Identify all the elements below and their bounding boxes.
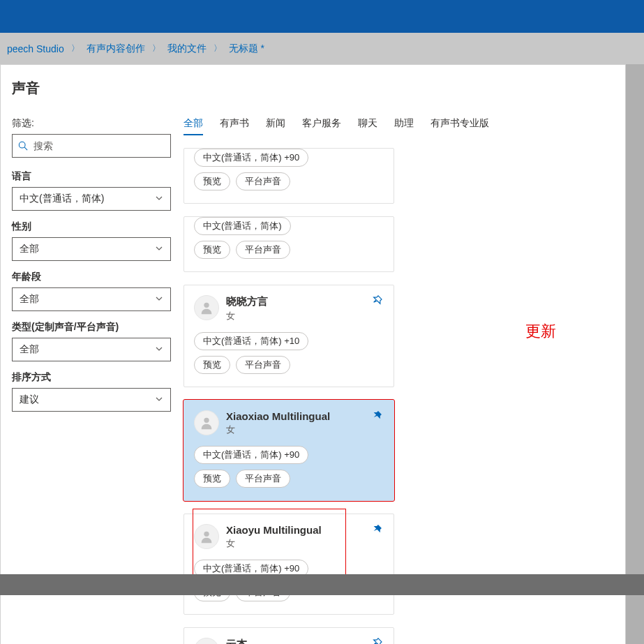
tab-audiobook[interactable]: 有声书 [220,117,249,135]
chevron-down-icon [155,244,163,255]
tab-news[interactable]: 新闻 [266,117,285,135]
chip-preview: 预览 [194,356,230,374]
dropdown-value: 中文(普通话，简体) [20,193,104,205]
main-area: 全部 有声书 新闻 客户服务 聊天 助理 有声书专业版 中文(普通话，简体) +… [184,117,610,644]
voice-name: Xiaoyu Multilingual [226,524,366,536]
filter-sort-dropdown[interactable]: 建议 [12,388,171,412]
chip-platform: 平台声音 [236,172,290,190]
panel-title: 声音 [12,79,610,98]
filter-age-label: 年龄段 [12,271,171,283]
voice-cards-grid: 中文(普通话，简体) +90 预览 平台声音 中文(普通话，简体) 预览 平台声… [184,148,610,644]
dropdown-value: 全部 [20,343,39,356]
chevron-right-icon: 〉 [152,43,160,54]
filter-age-dropdown[interactable]: 全部 [12,287,171,311]
chip-preview: 预览 [194,241,230,259]
chip-language: 中文(普通话，简体) +90 [194,446,308,464]
voice-card[interactable]: 中文(普通话，简体) +90 预览 平台声音 [184,148,394,204]
pin-icon[interactable] [373,524,384,535]
filter-language-dropdown[interactable]: 中文(普通话，简体) [12,187,171,211]
chevron-right-icon: 〉 [214,43,222,54]
tab-chat[interactable]: 聊天 [358,117,377,135]
voice-card-xiaoxiao-multilingual[interactable]: Xiaoxiao Multilingual 女 中文(普通话，简体) +90 预… [184,400,394,501]
voice-name: 晓晓方言 [226,295,366,308]
tab-all[interactable]: 全部 [184,117,203,135]
svg-point-0 [19,142,25,148]
svg-line-1 [24,147,27,150]
breadcrumb: peech Studio 〉 有声内容创作 〉 我的文件 〉 无标题 * [0,33,644,64]
chip-language: 中文(普通话，简体) +10 [194,332,308,350]
voice-name: 云杰 [226,638,366,644]
filter-type-label: 类型(定制声音/平台声音) [12,321,171,334]
tab-customer-service[interactable]: 客户服务 [302,117,341,135]
avatar [194,410,219,435]
chip-language: 中文(普通话，简体) [194,217,291,235]
filter-gender-label: 性别 [12,220,171,233]
pin-icon[interactable] [373,410,384,421]
pin-icon[interactable] [373,295,384,306]
voice-card[interactable]: 中文(普通话，简体) 预览 平台声音 [184,216,394,272]
chip-preview: 预览 [194,172,230,190]
chevron-down-icon [155,193,163,204]
breadcrumb-item-untitled[interactable]: 无标题 * [229,43,264,55]
voice-gender: 女 [226,310,366,322]
breadcrumb-item-content[interactable]: 有声内容创作 [87,43,145,55]
tab-assistant[interactable]: 助理 [394,117,414,135]
voice-card-xiaoxiao-dialect[interactable]: 晓晓方言 女 中文(普通话，简体) +10 预览 平台声音 [184,285,394,387]
voice-card-yunjie[interactable]: 云杰 男 中文(普通话，简体) 预览 平台声音 [184,627,394,644]
voice-gender: 女 [226,537,366,550]
voice-card-xiaoyu-multilingual[interactable]: Xiaoyu Multilingual 女 中文(普通话，简体) +90 预览 … [184,514,394,615]
tabs: 全部 有声书 新闻 客户服务 聊天 助理 有声书专业版 [184,117,610,141]
tab-audiobook-pro[interactable]: 有声书专业版 [430,117,489,135]
avatar [194,295,219,320]
avatar [194,524,219,549]
chevron-down-icon [155,294,163,305]
search-input[interactable] [33,140,165,151]
dropdown-value: 建议 [20,394,39,406]
annotation-update-label: 更新 [525,321,556,342]
chip-platform: 平台声音 [236,241,290,259]
filter-label: 筛选: [12,117,171,130]
bottom-strip [0,574,644,595]
chip-language: 中文(普通话，简体) +90 [194,149,308,167]
pin-icon[interactable] [373,638,384,644]
voice-name: Xiaoxiao Multilingual [226,410,366,422]
dropdown-value: 全部 [20,293,39,306]
chip-platform: 平台声音 [236,470,290,488]
chip-preview: 预览 [194,470,230,488]
dropdown-value: 全部 [20,243,39,255]
search-box[interactable] [12,134,171,158]
top-bar [0,0,644,33]
chip-platform: 平台声音 [236,356,290,374]
chevron-down-icon [155,394,163,405]
filter-gender-dropdown[interactable]: 全部 [12,237,171,261]
breadcrumb-item-studio[interactable]: peech Studio [7,43,64,54]
filter-type-dropdown[interactable]: 全部 [12,338,171,361]
chevron-right-icon: 〉 [71,43,80,54]
breadcrumb-item-myfiles[interactable]: 我的文件 [167,43,207,55]
svg-point-2 [204,303,209,308]
filter-language-label: 语言 [12,170,171,183]
filter-sidebar: 筛选: 语言 中文(普通话，简体) 性别 全部 [12,117,171,644]
voice-panel: 声音 筛选: 语言 中文(普通话，简体) 性别 全部 [0,64,626,644]
voice-gender: 女 [226,424,366,436]
avatar [194,638,219,644]
search-icon [18,141,28,151]
filter-sort-label: 排序方式 [12,371,171,384]
svg-point-4 [204,532,209,537]
chevron-down-icon [155,344,163,355]
svg-point-3 [204,418,209,423]
